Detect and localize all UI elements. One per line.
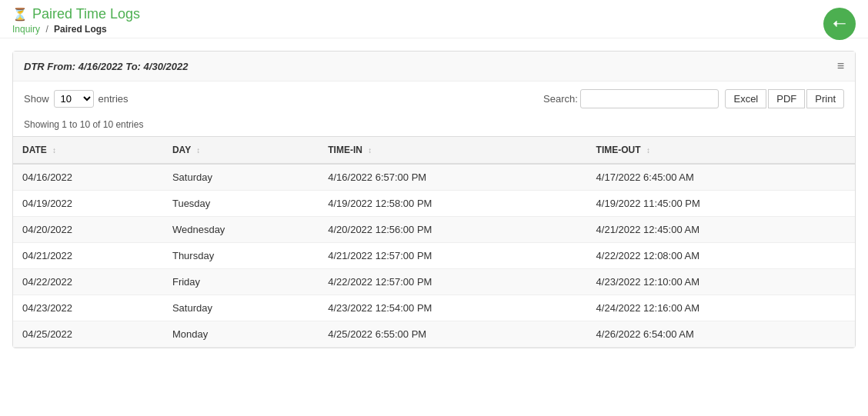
puzzle-icon: 🠐 bbox=[833, 16, 846, 32]
show-label: Show bbox=[24, 93, 49, 105]
excel-button[interactable]: Excel bbox=[725, 89, 766, 108]
cell-date: 04/20/2022 bbox=[13, 217, 163, 243]
cell-time_out: 4/21/2022 12:45:00 AM bbox=[587, 217, 855, 243]
cell-time_in: 4/25/2022 6:55:00 PM bbox=[319, 321, 586, 348]
cell-date: 04/23/2022 bbox=[13, 295, 163, 321]
table-row: 04/21/2022Thursday4/21/2022 12:57:00 PM4… bbox=[13, 243, 855, 269]
page-title: ⏳ Paired Time Logs bbox=[12, 6, 856, 22]
menu-icon[interactable]: ≡ bbox=[837, 59, 844, 73]
clock-icon: ⏳ bbox=[12, 7, 28, 22]
table-row: 04/23/2022Saturday4/23/2022 12:54:00 PM4… bbox=[13, 295, 855, 321]
cell-time_in: 4/22/2022 12:57:00 PM bbox=[319, 269, 586, 295]
table-header-row: DATE ↕ DAY ↕ TIME-IN ↕ TIME-OUT ↕ bbox=[13, 137, 855, 165]
search-input[interactable] bbox=[580, 89, 719, 108]
sort-icon-day: ↕ bbox=[196, 146, 200, 155]
cell-time_out: 4/22/2022 12:08:00 AM bbox=[587, 243, 855, 269]
table-body: 04/16/2022Saturday4/16/2022 6:57:00 PM4/… bbox=[13, 164, 855, 348]
entries-label: entries bbox=[98, 93, 129, 105]
page-header: ⏳ Paired Time Logs Inquiry / Paired Logs… bbox=[0, 0, 868, 38]
cell-date: 04/21/2022 bbox=[13, 243, 163, 269]
search-label: Search: bbox=[543, 93, 578, 105]
cell-day: Wednesday bbox=[163, 217, 319, 243]
col-time-out[interactable]: TIME-OUT ↕ bbox=[587, 137, 855, 165]
col-day[interactable]: DAY ↕ bbox=[163, 137, 319, 165]
cell-day: Monday bbox=[163, 321, 319, 348]
sort-icon-date: ↕ bbox=[52, 146, 56, 155]
cell-time_in: 4/16/2022 6:57:00 PM bbox=[319, 164, 586, 191]
cell-time_out: 4/17/2022 6:45:00 AM bbox=[587, 164, 855, 191]
cell-day: Tuesday bbox=[163, 191, 319, 217]
table-controls: Show 10 25 50 100 entries Search: Excel … bbox=[13, 82, 855, 116]
table-row: 04/25/2022Monday4/25/2022 6:55:00 PM4/26… bbox=[13, 321, 855, 348]
table-row: 04/16/2022Saturday4/16/2022 6:57:00 PM4/… bbox=[13, 164, 855, 191]
sort-icon-time-out: ↕ bbox=[646, 146, 650, 155]
cell-date: 04/19/2022 bbox=[13, 191, 163, 217]
cell-time_in: 4/20/2022 12:56:00 PM bbox=[319, 217, 586, 243]
cell-date: 04/25/2022 bbox=[13, 321, 163, 348]
col-time-in[interactable]: TIME-IN ↕ bbox=[319, 137, 586, 165]
cell-time_out: 4/19/2022 11:45:00 PM bbox=[587, 191, 855, 217]
print-button[interactable]: Print bbox=[806, 89, 844, 108]
showing-text: Showing 1 to 10 of 10 entries bbox=[13, 116, 855, 136]
table-row: 04/20/2022Wednesday4/20/2022 12:56:00 PM… bbox=[13, 217, 855, 243]
cell-date: 04/16/2022 bbox=[13, 164, 163, 191]
cell-day: Saturday bbox=[163, 164, 319, 191]
breadcrumb: Inquiry / Paired Logs bbox=[12, 24, 856, 35]
table-row: 04/19/2022Tuesday4/19/2022 12:58:00 PM4/… bbox=[13, 191, 855, 217]
cell-time_in: 4/21/2022 12:57:00 PM bbox=[319, 243, 586, 269]
cell-time_out: 4/26/2022 6:54:00 AM bbox=[587, 321, 855, 348]
cell-time_out: 4/24/2022 12:16:00 AM bbox=[587, 295, 855, 321]
show-entries-control: Show 10 25 50 100 entries bbox=[24, 90, 129, 108]
cell-day: Thursday bbox=[163, 243, 319, 269]
avatar-button[interactable]: 🠐 bbox=[823, 8, 856, 40]
dtr-panel: DTR From: 4/16/2022 To: 4/30/2022 ≡ Show… bbox=[12, 51, 856, 348]
search-controls: Search: Excel PDF Print bbox=[543, 89, 844, 108]
dtr-title: DTR From: 4/16/2022 To: 4/30/2022 bbox=[24, 61, 188, 72]
breadcrumb-inquiry-link[interactable]: Inquiry bbox=[12, 24, 40, 35]
col-date[interactable]: DATE ↕ bbox=[13, 137, 163, 165]
breadcrumb-current: Paired Logs bbox=[54, 24, 107, 35]
sort-icon-time-in: ↕ bbox=[368, 146, 372, 155]
breadcrumb-separator: / bbox=[45, 24, 48, 35]
cell-time_in: 4/23/2022 12:54:00 PM bbox=[319, 295, 586, 321]
main-content: DTR From: 4/16/2022 To: 4/30/2022 ≡ Show… bbox=[0, 38, 868, 373]
page-title-text: Paired Time Logs bbox=[32, 6, 140, 22]
cell-date: 04/22/2022 bbox=[13, 269, 163, 295]
export-buttons: Excel PDF Print bbox=[725, 89, 844, 108]
cell-day: Friday bbox=[163, 269, 319, 295]
cell-day: Saturday bbox=[163, 295, 319, 321]
dtr-header: DTR From: 4/16/2022 To: 4/30/2022 ≡ bbox=[13, 52, 855, 82]
pdf-button[interactable]: PDF bbox=[768, 89, 805, 108]
cell-time_in: 4/19/2022 12:58:00 PM bbox=[319, 191, 586, 217]
entries-select[interactable]: 10 25 50 100 bbox=[54, 90, 94, 108]
cell-time_out: 4/23/2022 12:10:00 AM bbox=[587, 269, 855, 295]
data-table: DATE ↕ DAY ↕ TIME-IN ↕ TIME-OUT ↕ 04/16/… bbox=[13, 136, 855, 348]
table-row: 04/22/2022Friday4/22/2022 12:57:00 PM4/2… bbox=[13, 269, 855, 295]
